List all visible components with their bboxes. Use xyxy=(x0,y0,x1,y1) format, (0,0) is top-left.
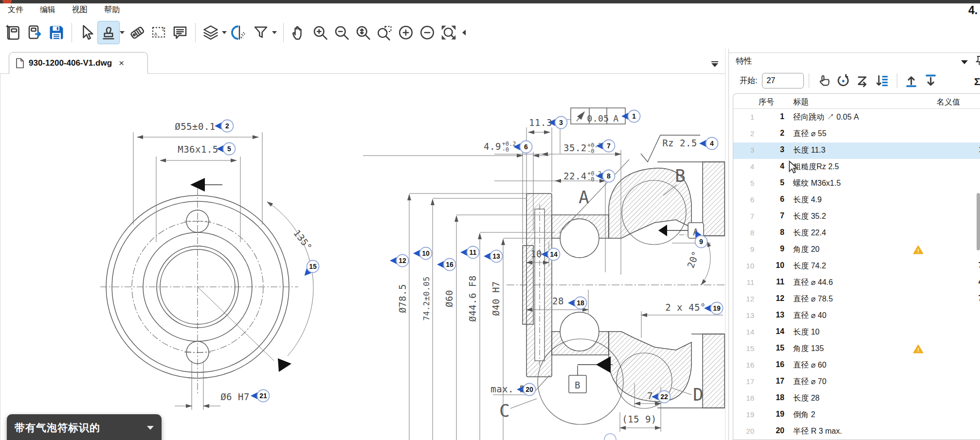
table-row-18[interactable]: 1818长度 2828 xyxy=(733,390,980,407)
sum-sigma-icon[interactable]: Σ xyxy=(974,76,980,88)
zoom-out-button[interactable] xyxy=(331,21,352,44)
balloon-15[interactable]: 15 xyxy=(302,261,319,279)
dim-text: Ø6 H7 xyxy=(220,391,250,402)
menu-item-1[interactable]: 文件 xyxy=(8,5,23,15)
menu-item-3[interactable]: 视图 xyxy=(72,5,88,15)
svg-text:1: 1 xyxy=(632,112,636,120)
drawing-canvas[interactable]: Ø55±0.1M36x1.5135°Ø6 H711.34.9+0.2-035.2… xyxy=(0,74,725,440)
dim-text: A xyxy=(579,187,589,207)
table-row-10[interactable]: 1010长度 74.274.2 xyxy=(733,258,980,275)
collapse-caret-icon[interactable] xyxy=(147,426,154,430)
dim-text: 2 x 45° xyxy=(665,302,706,313)
col-index: 序号 xyxy=(759,97,774,107)
dim-text: 0.05 xyxy=(587,113,609,123)
zoom-in-button[interactable] xyxy=(309,21,331,44)
table-row-12[interactable]: 1212直径 ⌀ 78.578.5 xyxy=(733,291,980,308)
balloon-10[interactable]: 10 xyxy=(413,247,432,260)
balloon-5[interactable]: 5 xyxy=(217,143,236,155)
toolbar-separator xyxy=(72,23,72,42)
svg-text:19: 19 xyxy=(713,304,721,312)
dim-text: (15 9) xyxy=(622,414,657,424)
mirror-compare-button[interactable] xyxy=(229,21,250,44)
table-row-15[interactable]: 1515角度 135!135 xyxy=(733,341,980,357)
table-row-16[interactable]: 1616直径 ⌀ 6060 xyxy=(733,357,980,374)
sort-list-icon[interactable] xyxy=(872,72,892,89)
select-cursor-button[interactable] xyxy=(76,21,98,44)
table-row-13[interactable]: 1313直径 ⌀ 4040 xyxy=(733,308,980,324)
stamp-balloon-button[interactable] xyxy=(98,21,119,44)
table-row-9[interactable]: 99角度 20!20 xyxy=(733,242,980,258)
dim-text: Ø78.5 xyxy=(397,284,408,313)
table-row-19[interactable]: 1919倒角 22 xyxy=(733,407,980,423)
dim-text: Rz 2.5 xyxy=(662,138,697,148)
move-top-icon[interactable] xyxy=(902,72,922,89)
table-row-14[interactable]: 1414长度 1010 xyxy=(733,324,980,341)
zoom-window-button[interactable] xyxy=(374,21,395,44)
table-row-11[interactable]: 1111直径 ⌀ 44.644.6 xyxy=(733,275,980,291)
technical-drawing: Ø55±0.1M36x1.5135°Ø6 H711.34.9+0.2-035.2… xyxy=(0,74,726,440)
dim-text: B xyxy=(675,166,686,186)
stamp-dropdown-caret[interactable] xyxy=(120,31,125,34)
dim-text: 28 xyxy=(552,296,564,306)
table-row-7[interactable]: 77长度 35.235.2 xyxy=(733,209,980,225)
balloon-4[interactable]: 4 xyxy=(699,138,718,150)
table-row-20[interactable]: 2020半径 R 3 max. xyxy=(733,423,980,440)
balloon-16[interactable]: 16 xyxy=(437,259,456,271)
pin-icon[interactable] xyxy=(975,55,980,66)
open-document-button[interactable] xyxy=(24,21,46,44)
table-row-6[interactable]: 66长度 4.94.9 xyxy=(733,192,980,209)
menu-bar: 文件编辑视图帮助 xyxy=(0,3,725,17)
balloon-21[interactable]: 21 xyxy=(251,390,270,402)
balloon-12[interactable]: 12 xyxy=(390,255,409,267)
tab-close-icon[interactable]: × xyxy=(119,58,124,69)
table-row-2[interactable]: 22直径 ⌀ 5555 xyxy=(733,126,980,142)
pick-hand-icon[interactable] xyxy=(814,72,834,89)
filter-dropdown-caret[interactable] xyxy=(272,31,277,34)
sequence-balloon-button[interactable]: 1A xyxy=(148,21,169,44)
dim-text: 10 xyxy=(530,248,542,259)
dim-text: Ø40 H7 xyxy=(490,281,501,316)
pan-hand-button[interactable] xyxy=(288,21,309,44)
new-document-button[interactable] xyxy=(3,21,24,44)
table-row-3[interactable]: 33长度 11.311.3 xyxy=(733,142,980,159)
balloon-19[interactable]: 19 xyxy=(704,302,723,315)
balloon-6[interactable]: 6 xyxy=(513,141,532,153)
zoom-minus-button[interactable] xyxy=(417,21,438,44)
balloon-2[interactable]: 2 xyxy=(215,120,234,132)
svg-text:3: 3 xyxy=(559,119,563,126)
toolbar-collapse-icon[interactable] xyxy=(462,30,466,35)
save-button[interactable] xyxy=(46,21,67,44)
svg-text:-0: -0 xyxy=(502,146,509,153)
menu-item-2[interactable]: 编辑 xyxy=(40,5,55,15)
balloon-18[interactable]: 18 xyxy=(568,297,587,309)
table-row-17[interactable]: 1717直径 ⌀ 7070 xyxy=(733,374,980,390)
tag-button[interactable] xyxy=(127,21,148,44)
move-bottom-icon[interactable] xyxy=(922,72,941,89)
table-row-1[interactable]: 11径向跳动 ↗ 0.05 A xyxy=(733,109,980,126)
comment-button[interactable] xyxy=(169,21,191,44)
scrollbar-thumb[interactable] xyxy=(977,193,980,250)
table-row-4[interactable]: 44粗糙度Rz 2.5 xyxy=(733,159,980,176)
start-number-input[interactable] xyxy=(762,73,804,88)
dim-text: M36x1.5 xyxy=(178,144,218,155)
svg-text:2: 2 xyxy=(225,122,229,130)
balloon-11[interactable]: 11 xyxy=(460,246,479,259)
zoom-vertical-button[interactable] xyxy=(352,21,374,44)
table-row-8[interactable]: 88长度 22.422.4 xyxy=(733,225,980,242)
zoom-plus-button[interactable] xyxy=(395,21,417,44)
svg-text:20: 20 xyxy=(526,386,533,393)
document-tab[interactable]: 930-1200-406-V1.dwg × xyxy=(9,52,148,74)
version-text: 4. xyxy=(968,4,978,17)
balloon-13[interactable]: 13 xyxy=(484,250,503,263)
filter-button[interactable] xyxy=(250,21,272,44)
tab-list-dropdown-icon[interactable] xyxy=(710,61,719,68)
svg-text:7: 7 xyxy=(607,142,611,150)
z-order-icon[interactable] xyxy=(853,72,872,89)
menu-item-4[interactable]: 帮助 xyxy=(104,5,120,15)
zoom-fit-button[interactable] xyxy=(438,21,459,44)
panel-dropdown-caret[interactable] xyxy=(961,60,968,64)
layers-button[interactable] xyxy=(200,21,221,44)
refresh-rotate-icon[interactable] xyxy=(834,72,853,89)
table-row-5[interactable]: 55螺纹 M36x1.5 xyxy=(733,176,980,192)
layers-dropdown-caret[interactable] xyxy=(222,31,227,34)
